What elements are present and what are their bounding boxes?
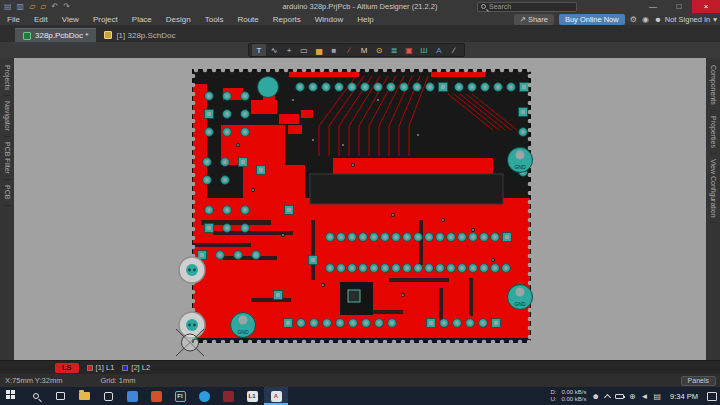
search-input[interactable]: Search	[477, 2, 577, 12]
orange-app-button[interactable]	[144, 387, 168, 405]
left-panel-strip: Projects Navigator PCB Filter PCB	[0, 58, 14, 360]
panel-tab-properties[interactable]: Properties	[710, 111, 717, 154]
layer-sets-button[interactable]: LS	[55, 363, 79, 373]
column-chart-tool-icon[interactable]: ▅	[312, 44, 326, 56]
briefcase-app-button[interactable]	[96, 387, 120, 405]
file-explorer-button[interactable]	[72, 387, 96, 405]
menu-place[interactable]: Place	[125, 15, 159, 24]
menu-window[interactable]: Window	[308, 15, 350, 24]
edge-browser-button[interactable]	[192, 387, 216, 405]
undo-icon[interactable]: ↶	[51, 2, 58, 11]
blue-app-button[interactable]	[120, 387, 144, 405]
panel-tab-view-configuration[interactable]: View Configuration	[710, 154, 717, 224]
right-panel-strip: Components Properties View Configuration	[706, 58, 720, 360]
panel-tab-projects[interactable]: Projects	[4, 60, 11, 96]
panel-tab-pcb-filter[interactable]: PCB Filter	[4, 137, 11, 180]
region-tool-icon[interactable]: ▭	[297, 44, 311, 56]
search-placeholder: Search	[489, 3, 511, 10]
panel-tab-navigator[interactable]: Navigator	[4, 96, 11, 137]
tab-schdoc[interactable]: [1] 328p.SchDoc	[96, 28, 183, 42]
title-bar: ▤ ▥ ▱ ▱ ↶ ↷ arduino 328p.PrjPcb - Altium…	[0, 0, 720, 13]
ic-footprint	[310, 174, 503, 204]
minimize-button[interactable]: —	[640, 0, 666, 13]
open-folder-icon[interactable]: ▱	[40, 2, 46, 11]
show-hidden-icons-chevron[interactable]	[604, 393, 611, 400]
settings-gear-icon[interactable]: ⚙	[630, 15, 637, 24]
menu-project[interactable]: Project	[86, 15, 125, 24]
pcb-canvas[interactable]: GND GND GND	[14, 58, 706, 360]
bordered-app-icon: Fl	[175, 391, 186, 402]
active-layer-tool-icon[interactable]: ▣	[402, 44, 416, 56]
menu-view[interactable]: View	[55, 15, 86, 24]
altium-designer-window: ▤ ▥ ▱ ▱ ↶ ↷ arduino 328p.PrjPcb - Altium…	[0, 0, 720, 405]
gray-app-icon: L1	[247, 391, 258, 402]
battery-icon[interactable]	[615, 394, 624, 399]
slice-tool-icon[interactable]: ∕	[342, 44, 356, 56]
route-tool-icon[interactable]: ∿	[267, 44, 281, 56]
layer2-color-swatch	[122, 365, 128, 371]
menu-right-controls: ↗ Share Buy Online Now ⚙ ◉ ☻ Not Signed …	[514, 13, 717, 26]
maroon-app-button[interactable]	[216, 387, 240, 405]
network-icon[interactable]: ⊕	[629, 392, 636, 401]
folder-icon	[79, 392, 90, 400]
network-speed-widget: D:0.00 kB/s U:0.00 kB/s	[550, 389, 586, 403]
search-icon	[481, 4, 486, 9]
volume-icon[interactable]: ◄	[641, 392, 649, 401]
toolbar-row: T ∿ + ▭ ▅ ■ ∕ M ⊙ ≣ ▣ Ш A ∕	[0, 42, 720, 58]
altium-taskbar-button[interactable]: A	[264, 387, 288, 405]
menu-help[interactable]: Help	[350, 15, 380, 24]
move-tool-icon[interactable]: M	[357, 44, 371, 56]
via-tool-icon[interactable]: ⊙	[372, 44, 386, 56]
share-button[interactable]: ↗ Share	[514, 14, 554, 25]
menu-route[interactable]: Route	[230, 15, 265, 24]
pad-stack-tool-icon[interactable]: ≣	[387, 44, 401, 56]
window-controls: — □ ×	[640, 0, 720, 13]
line-tool-icon[interactable]: ∕	[447, 44, 461, 56]
pad-tool-icon[interactable]: +	[282, 44, 296, 56]
notification-center-icon[interactable]	[707, 392, 717, 401]
chevron-down-icon: ▾	[713, 15, 717, 24]
bordered-app-button[interactable]: Fl	[168, 387, 192, 405]
maximize-button[interactable]: □	[666, 0, 692, 13]
briefcase-icon	[104, 392, 113, 401]
menu-edit[interactable]: Edit	[27, 15, 55, 24]
save-icon[interactable]: ▤	[4, 2, 12, 11]
fill-tool-icon[interactable]: ■	[327, 44, 341, 56]
pcb-board: GND GND GND	[171, 58, 552, 358]
layer-tab-l1[interactable]: [1] L1	[87, 363, 115, 372]
svg-text:GND: GND	[237, 329, 249, 335]
panel-tab-components[interactable]: Components	[710, 60, 717, 111]
menu-design[interactable]: Design	[159, 15, 198, 24]
keyboard-icon[interactable]: ▤	[654, 392, 662, 401]
layer-tab-l2[interactable]: [2] L2	[122, 363, 150, 372]
schdoc-icon	[104, 31, 112, 39]
gray-app-button[interactable]: L1	[240, 387, 264, 405]
system-tray: D:0.00 kB/s U:0.00 kB/s ☻ ⊕ ◄ ▤ 9:34 PM	[550, 387, 720, 405]
panel-tab-pcb[interactable]: PCB	[4, 180, 11, 205]
tab-pcbdoc[interactable]: 328p.PcbDoc *	[15, 28, 96, 42]
menu-tools[interactable]: Tools	[198, 15, 231, 24]
menu-file[interactable]: File	[0, 15, 27, 24]
windows-logo-icon	[6, 390, 10, 394]
string-tool-icon[interactable]: A	[432, 44, 446, 56]
layer-tab-bar: LS [1] L1 [2] L2	[0, 360, 720, 374]
taskbar-clock[interactable]: 9:34 PM	[666, 392, 702, 401]
camera-icon[interactable]: ◉	[642, 15, 649, 24]
close-button[interactable]: ×	[692, 0, 720, 13]
text-tool-icon[interactable]: T	[252, 44, 266, 56]
account-menu[interactable]: ☻ Not Signed In ▾	[654, 15, 717, 24]
document-tab-strip: 328p.PcbDoc * [1] 328p.SchDoc	[0, 26, 720, 42]
gnd-pad-right-bottom: GND	[508, 285, 533, 310]
save-all-icon[interactable]: ▥	[17, 2, 25, 11]
taskbar-search-button[interactable]	[24, 387, 48, 405]
open-icon[interactable]: ▱	[29, 2, 35, 11]
menu-reports[interactable]: Reports	[266, 15, 308, 24]
redo-icon[interactable]: ↷	[63, 2, 70, 11]
panels-button[interactable]: Panels	[681, 376, 716, 386]
people-icon[interactable]: ☻	[591, 392, 599, 401]
windows-taskbar: Fl L1 A D:0.00 kB/s U:0.00 kB/s ☻ ⊕ ◄ ▤ …	[0, 387, 720, 405]
buy-online-now-button[interactable]: Buy Online Now	[559, 14, 625, 25]
task-view-button[interactable]	[48, 387, 72, 405]
bench-tool-icon[interactable]: Ш	[417, 44, 431, 56]
start-button[interactable]	[0, 387, 24, 405]
